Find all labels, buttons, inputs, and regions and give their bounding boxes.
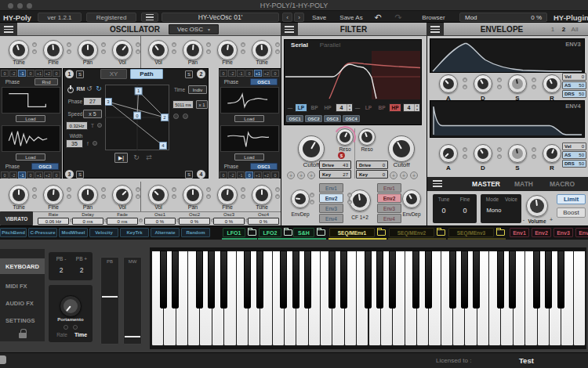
- mod-tab-lfo1[interactable]: LFO1: [223, 228, 245, 237]
- piano-black-key[interactable]: [545, 251, 552, 308]
- filter1-slope-select[interactable]: 4▴▾: [336, 103, 353, 112]
- save-as-button[interactable]: Save As: [334, 13, 368, 22]
- mod-slot[interactable]: [275, 187, 280, 192]
- filter1-type-—[interactable]: —: [288, 105, 293, 110]
- envelope-page-2[interactable]: 2: [562, 26, 565, 33]
- mod-slot[interactable]: [241, 194, 245, 199]
- mod-source-modwheel[interactable]: ModWheel: [59, 228, 88, 237]
- master-limit-button[interactable]: Limit: [557, 194, 586, 204]
- osc1-oct-4[interactable]: +1: [35, 70, 43, 77]
- osc-knob-tune-bottom[interactable]: [9, 185, 29, 205]
- filter-osc-enable-osc4[interactable]: OSC4: [343, 115, 360, 122]
- piano-black-key[interactable]: [389, 251, 396, 308]
- filter2-cutoff-knob[interactable]: [388, 135, 415, 162]
- mod-slot[interactable]: [241, 49, 245, 54]
- osc1-oct-3[interactable]: 0: [27, 70, 34, 77]
- osc2-oct-4[interactable]: +1: [254, 70, 262, 77]
- envelope-page-1[interactable]: 1: [551, 26, 554, 33]
- osc1-oct-6[interactable]: 0: [53, 70, 60, 77]
- vector-speed-hz[interactable]: 0.32Hz: [66, 121, 88, 130]
- osc1-oct-1[interactable]: -2: [9, 70, 17, 77]
- mod-slot[interactable]: [463, 85, 467, 89]
- osc3-oct-3[interactable]: 0: [27, 171, 34, 179]
- mod-slot[interactable]: [67, 194, 71, 199]
- filter1-type-BP[interactable]: BP: [310, 105, 318, 110]
- osc3-oct-6[interactable]: 0: [53, 171, 60, 179]
- filter2-type-LP[interactable]: LP: [365, 105, 372, 110]
- vibrato-osc3-value[interactable]: 0 %: [213, 218, 245, 225]
- osc-knob-tune-top[interactable]: [9, 40, 29, 60]
- mod-slot[interactable]: [139, 218, 143, 222]
- osc3-wave-display[interactable]: [2, 125, 60, 152]
- mod-slot[interactable]: [172, 194, 176, 199]
- env-env4-knob-s[interactable]: [508, 144, 527, 163]
- phase-reset-icon[interactable]: ↺: [86, 85, 93, 92]
- env-env4-knob-a[interactable]: [439, 144, 458, 163]
- mod-tab-env1[interactable]: Env1: [510, 228, 529, 237]
- filter1-s-badge[interactable]: S: [338, 152, 345, 159]
- osc2-wave-display[interactable]: [220, 87, 279, 114]
- env-env3-knob-r[interactable]: [543, 74, 561, 93]
- width-mod-toggle[interactable]: f: [87, 141, 89, 146]
- mod-slot[interactable]: [497, 85, 502, 89]
- vector-play-direction-button[interactable]: ▶|: [114, 153, 128, 163]
- piano-black-key[interactable]: [509, 251, 516, 308]
- vector-time-value[interactable]: 5011 ms: [172, 100, 194, 109]
- mod-slot[interactable]: [32, 194, 37, 199]
- env-env3-knob-d[interactable]: [474, 74, 492, 93]
- vector-solo-button[interactable]: S: [76, 171, 84, 179]
- mod-source-random[interactable]: Random: [181, 228, 210, 237]
- filter2-env-env4[interactable]: Env4: [377, 214, 401, 223]
- mod-slot[interactable]: [206, 42, 211, 47]
- piano-black-key[interactable]: [172, 251, 179, 308]
- piano-black-key[interactable]: [412, 251, 419, 308]
- master-tab-math[interactable]: MATH: [514, 180, 533, 188]
- filter-osc-enable-osc3[interactable]: OSC3: [324, 115, 341, 122]
- mod-slot[interactable]: [532, 147, 536, 152]
- env-env4-as[interactable]: AS50: [562, 151, 586, 159]
- portamento-rate-option[interactable]: Rate: [56, 332, 67, 337]
- filter2-env-env2[interactable]: Env2: [377, 193, 401, 203]
- filter1-envdep-knob[interactable]: [291, 189, 310, 208]
- mod-target-slot[interactable]: +: [287, 171, 295, 179]
- mod-slot[interactable]: [532, 85, 536, 89]
- sidebar-item-settings[interactable]: SETTINGS: [0, 315, 45, 326]
- vector-tab-path[interactable]: Path: [130, 69, 163, 79]
- filter2-envdep-knob[interactable]: [402, 189, 421, 208]
- master-fine-value[interactable]: 0: [463, 207, 466, 215]
- portamento-time-option[interactable]: Time: [74, 332, 87, 337]
- mod-source-keytrk[interactable]: KeyTrk: [120, 228, 149, 237]
- mod-tab-sh[interactable]: S&H: [293, 228, 314, 237]
- mod-slot[interactable]: [32, 49, 37, 54]
- osc2-oct-0[interactable]: 0: [220, 70, 227, 77]
- env-env4-drs[interactable]: DRS50: [562, 160, 586, 168]
- filter2-type-BP[interactable]: BP: [378, 105, 385, 110]
- prev-preset-button[interactable]: ‹: [282, 13, 292, 22]
- osc1-load-button[interactable]: Load: [16, 115, 45, 122]
- mod-slot[interactable]: [347, 200, 352, 204]
- mod-slot[interactable]: [101, 194, 106, 199]
- mod-slot[interactable]: [172, 49, 176, 54]
- vibrato-osc1-value[interactable]: 0 %: [144, 218, 176, 225]
- osc-knob-vol-bottom[interactable]: [148, 185, 169, 205]
- mod-slot[interactable]: [67, 42, 71, 47]
- pb-plus-value[interactable]: 2: [80, 266, 84, 274]
- filter2-drive-value[interactable]: Drive0: [356, 161, 388, 169]
- osc4-oct-3[interactable]: 0: [245, 171, 253, 179]
- mod-tab-seq-menv2[interactable]: SEQ/MEnv2: [389, 228, 434, 237]
- mod-slot[interactable]: [463, 78, 467, 82]
- stepper-arrows[interactable]: ▴▾: [347, 104, 352, 111]
- vector-width-value[interactable]: 35: [66, 139, 83, 148]
- filter2-env-env1[interactable]: Env1: [377, 183, 401, 193]
- vibrato-osc4-value[interactable]: 0 %: [248, 218, 279, 225]
- osc1-oct-0[interactable]: 0: [1, 70, 9, 77]
- osc4-wave-display[interactable]: [220, 125, 279, 152]
- vector-time-mult[interactable]: x 1: [196, 100, 208, 109]
- filter1-cutoff-knob[interactable]: [298, 135, 325, 162]
- osc-knob-fine-top[interactable]: [217, 40, 238, 60]
- osc2-oct-5[interactable]: +2: [263, 70, 270, 77]
- filter-routing-parallel[interactable]: Parallel: [320, 41, 341, 49]
- vector-tab-xy[interactable]: XY: [100, 69, 127, 79]
- piano-black-key[interactable]: [449, 251, 456, 308]
- filter2-key-value[interactable]: Key0: [356, 170, 388, 179]
